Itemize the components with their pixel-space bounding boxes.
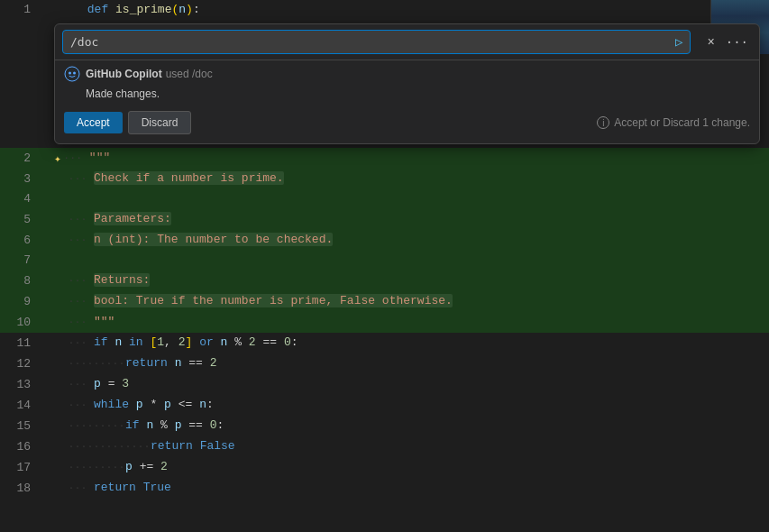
line-content: ··· p = 3 [69,374,769,395]
discard-button[interactable]: Discard [128,111,192,134]
accept-button[interactable]: Accept [64,112,123,133]
line-content: ··· Returns: [69,271,769,291]
line-number: 12 [0,354,45,374]
code-line-1: 1 def is_prime(n): [0,0,769,20]
table-row: 17·········p += 2 [0,457,769,478]
table-row: 3··· Check if a number is prime. [0,169,769,189]
line-content: ·············return False [69,436,769,457]
line-content: ··· return True [69,478,769,499]
accept-discard-info: i Accept or Discard 1 change. [597,116,750,129]
table-row: 9··· bool: True if the number is prime, … [0,291,769,312]
table-row: 4 [0,189,769,209]
line-number: 9 [0,292,45,312]
line-content: ··· """ [69,312,769,333]
line-number: 17 [0,458,45,478]
line-content: ··· Parameters: [69,209,769,230]
line-number: 11 [0,334,45,353]
table-row: 13··· p = 3 [0,374,769,395]
line-content: ·········return n == 2 [69,353,769,374]
line-number: 3 [0,170,45,189]
line-content: ··· bool: True if the number is prime, F… [69,291,769,312]
copilot-info-row: GitHub Copilot used /doc [55,60,759,86]
line-number: 7 [0,251,45,271]
table-row: 16·············return False [0,436,769,457]
close-icon[interactable]: × [703,33,718,51]
svg-point-0 [65,67,79,81]
line-content: ·········p += 2 [69,457,769,478]
table-row: 5··· Parameters: [0,209,769,230]
line-number: 8 [0,271,45,291]
line-content: ··· while p * p <= n: [69,395,769,416]
table-row: 2✦··· """ [0,148,769,169]
line-content: ··· Check if a number is prime. [69,169,769,189]
editor-container: 1 def is_prime(n): ▷ × ··· GitHub Copilo… [0,0,769,532]
copilot-name-label: GitHub Copilot [86,68,162,80]
made-changes-text: Made changes. [55,86,759,107]
sparkle-icon: ✦ [54,151,61,166]
line-number: 10 [0,313,45,333]
copilot-input-row: ▷ × ··· [55,24,759,60]
line-number: 15 [0,417,45,436]
table-row: 8··· Returns: [0,271,769,291]
table-row: 11··· if n in [1, 2] or n % 2 == 0: [0,333,769,353]
svg-point-1 [69,72,71,75]
line-content: ·········if n % p == 0: [69,416,769,436]
table-row: 7 [0,251,769,271]
line-content: ··· """ [64,148,769,169]
table-row: 18··· return True [0,478,769,499]
line-number: 2 [0,149,45,169]
copilot-input-wrapper[interactable]: ▷ [62,30,691,54]
table-row: 6··· n (int): The number to be checked. [0,230,769,251]
copilot-text-input[interactable] [70,35,670,49]
table-row: 15·········if n % p == 0: [0,416,769,436]
line-number: 18 [0,479,45,499]
line-content: ··· if n in [1, 2] or n % 2 == 0: [69,333,769,353]
info-text: Accept or Discard 1 change. [614,116,750,129]
line-number: 14 [0,396,45,416]
info-icon: i [597,116,609,129]
line-number: 6 [0,231,45,251]
copilot-avatar-icon [64,66,80,82]
copilot-panel: ▷ × ··· GitHub Copilot used /doc Made ch… [54,23,760,144]
line-number: 13 [0,375,45,395]
send-icon[interactable]: ▷ [675,34,682,50]
table-row: 12·········return n == 2 [0,353,769,374]
table-row: 14··· while p * p <= n: [0,395,769,416]
line-number: 16 [0,437,45,457]
line-number: 4 [0,189,45,209]
line-content: ··· n (int): The number to be checked. [69,230,769,251]
more-options-icon[interactable]: ··· [722,33,752,51]
code-area: 2✦··· """3··· Check if a number is prime… [0,148,769,532]
copilot-buttons-row: Accept Discard i Accept or Discard 1 cha… [55,107,759,143]
line-number: 5 [0,210,45,230]
table-row: 10··· """ [0,312,769,333]
svg-point-2 [73,72,76,75]
line-number-1: 1 [0,0,45,20]
copilot-used-label: used /doc [166,68,213,80]
